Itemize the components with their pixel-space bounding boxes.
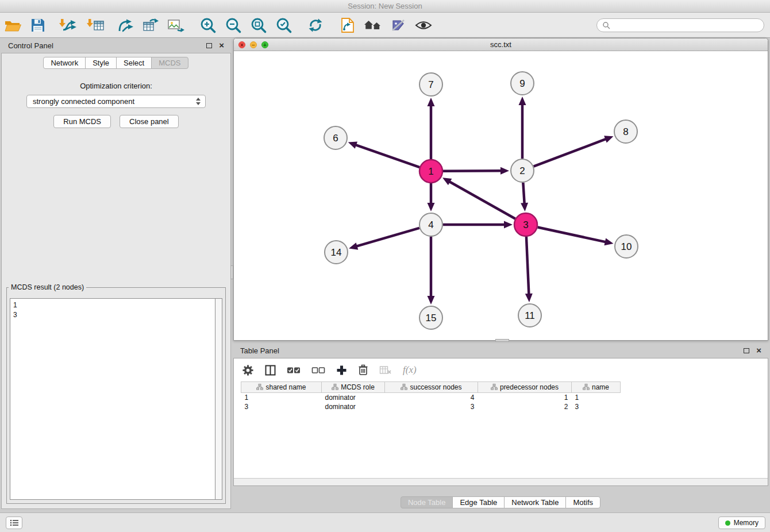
- result-scrollbar[interactable]: [215, 298, 222, 500]
- column-header-name[interactable]: name: [572, 382, 621, 393]
- table-cell[interactable]: 3: [572, 402, 621, 411]
- graph-edge-2-3[interactable]: [523, 183, 524, 204]
- table-cell[interactable]: 1: [572, 393, 621, 402]
- export-image-button[interactable]: [163, 14, 188, 37]
- table-cell[interactable]: dominator: [322, 393, 385, 402]
- float-table-panel-icon[interactable]: [744, 348, 749, 353]
- table-row[interactable]: 3dominator323: [241, 402, 621, 411]
- table-cell[interactable]: 3: [385, 402, 478, 411]
- window-minimize-icon[interactable]: −: [250, 41, 257, 48]
- control-tab-mcds[interactable]: MCDS: [151, 57, 188, 69]
- search-input[interactable]: [614, 21, 759, 29]
- import-network-button[interactable]: [55, 14, 80, 37]
- zoom-selected-button[interactable]: [271, 14, 297, 37]
- column-header-shared-name[interactable]: shared name: [241, 382, 322, 393]
- zoom-fit-button[interactable]: [246, 14, 271, 37]
- zoom-out-button[interactable]: [221, 14, 246, 37]
- new-network-button[interactable]: [113, 14, 138, 37]
- add-column-button[interactable]: [336, 365, 347, 376]
- column-header-MCDS-role[interactable]: MCDS role: [322, 382, 385, 393]
- table-cell[interactable]: 4: [385, 393, 478, 402]
- graph-node-1[interactable]: 1: [419, 160, 442, 183]
- graph-edge-1-2[interactable]: [443, 171, 502, 171]
- column-header-successor-nodes[interactable]: successor nodes: [385, 382, 478, 393]
- table-cell[interactable]: 1: [478, 393, 572, 402]
- svg-text:15: 15: [426, 313, 437, 323]
- edge-arrowhead: [604, 136, 613, 142]
- task-history-button[interactable]: [6, 516, 22, 529]
- open-file-button[interactable]: [0, 14, 25, 37]
- close-panel-button[interactable]: Close panel: [120, 115, 179, 128]
- graph-edge-4-14[interactable]: [356, 228, 419, 246]
- graph-node-3[interactable]: 3: [514, 213, 537, 236]
- graph-edge-3-11[interactable]: [526, 237, 529, 295]
- memory-button[interactable]: Memory: [718, 516, 765, 529]
- graph-edge-3-10[interactable]: [538, 227, 606, 242]
- window-zoom-icon[interactable]: +: [261, 41, 268, 48]
- svg-text:10: 10: [621, 241, 632, 252]
- close-panel-icon[interactable]: ×: [219, 43, 224, 48]
- table-tab-node-table[interactable]: Node Table: [401, 496, 453, 508]
- control-tab-network[interactable]: Network: [43, 57, 86, 69]
- graph-node-8[interactable]: 8: [614, 120, 637, 143]
- table-row[interactable]: 1dominator411: [241, 393, 621, 402]
- criterion-dropdown[interactable]: strongly connected component: [26, 95, 206, 108]
- import-table-button[interactable]: [83, 14, 108, 37]
- window-close-icon[interactable]: ×: [238, 41, 245, 48]
- table-cell[interactable]: dominator: [322, 402, 385, 411]
- window-title: Session: New Session: [348, 2, 422, 10]
- home-button[interactable]: [360, 14, 386, 37]
- graph-edge-3-1[interactable]: [449, 182, 515, 219]
- function-builder-icon[interactable]: f(x): [403, 364, 417, 376]
- table-tab-network-table[interactable]: Network Table: [504, 496, 566, 508]
- zoom-out-icon: [225, 17, 242, 34]
- table-cell[interactable]: 3: [241, 402, 322, 411]
- zoom-in-button[interactable]: [195, 14, 221, 37]
- graph-node-10[interactable]: 10: [615, 235, 638, 258]
- node-table: shared nameMCDS rolesuccessor nodesprede…: [241, 381, 621, 411]
- columns-icon: [265, 365, 276, 376]
- table-cell[interactable]: 2: [478, 402, 572, 411]
- graph-node-2[interactable]: 2: [511, 159, 534, 182]
- table-hscrollbar[interactable]: [234, 478, 768, 485]
- delete-column-button[interactable]: [358, 364, 368, 376]
- graph-edge-2-8[interactable]: [534, 139, 607, 167]
- select-all-columns-button[interactable]: [287, 366, 301, 375]
- table-settings-button[interactable]: [242, 364, 254, 376]
- control-tab-select[interactable]: Select: [116, 57, 152, 69]
- new-table-button[interactable]: [138, 14, 163, 37]
- unselect-all-columns-button[interactable]: [311, 366, 325, 375]
- network-canvas[interactable]: 7968124314101511: [234, 51, 768, 341]
- graph-node-15[interactable]: 15: [419, 306, 442, 329]
- network-window-titlebar[interactable]: × − + scc.txt: [234, 38, 768, 51]
- graph-node-14[interactable]: 14: [325, 241, 348, 264]
- control-panel: Control Panel × NetworkStyleSelectMCDS O…: [1, 38, 231, 509]
- save-session-button[interactable]: [25, 14, 51, 37]
- graph-node-9[interactable]: 9: [511, 72, 534, 95]
- graph-node-6[interactable]: 6: [324, 126, 347, 149]
- table-tab-edge-table[interactable]: Edge Table: [452, 496, 505, 508]
- close-table-panel-icon[interactable]: ×: [756, 348, 761, 353]
- run-mcds-button[interactable]: Run MCDS: [53, 115, 111, 128]
- graph-node-7[interactable]: 7: [419, 73, 442, 96]
- control-tab-style[interactable]: Style: [85, 57, 117, 69]
- duplicate-network-button[interactable]: [335, 14, 360, 37]
- delete-table-button[interactable]: [379, 365, 392, 375]
- table-tab-motifs[interactable]: Motifs: [565, 496, 600, 508]
- criterion-dropdown-value: strongly connected component: [33, 97, 134, 106]
- svg-text:4: 4: [428, 219, 433, 230]
- column-header-predecessor-nodes[interactable]: predecessor nodes: [478, 382, 572, 393]
- vertical-splitter-handle[interactable]: [230, 265, 233, 279]
- show-hide-button[interactable]: [411, 14, 436, 37]
- float-panel-icon[interactable]: [206, 43, 212, 48]
- graph-node-4[interactable]: 4: [419, 213, 442, 236]
- horizontal-splitter-handle[interactable]: [495, 339, 509, 342]
- table-cell[interactable]: 1: [241, 393, 322, 402]
- refresh-view-button[interactable]: [303, 14, 328, 37]
- svg-text:8: 8: [623, 126, 628, 137]
- svg-text:11: 11: [525, 310, 535, 321]
- graph-edge-1-6[interactable]: [355, 145, 419, 167]
- apply-style-button[interactable]: [386, 14, 411, 37]
- graph-node-11[interactable]: 11: [518, 304, 541, 327]
- show-columns-button[interactable]: [265, 365, 276, 376]
